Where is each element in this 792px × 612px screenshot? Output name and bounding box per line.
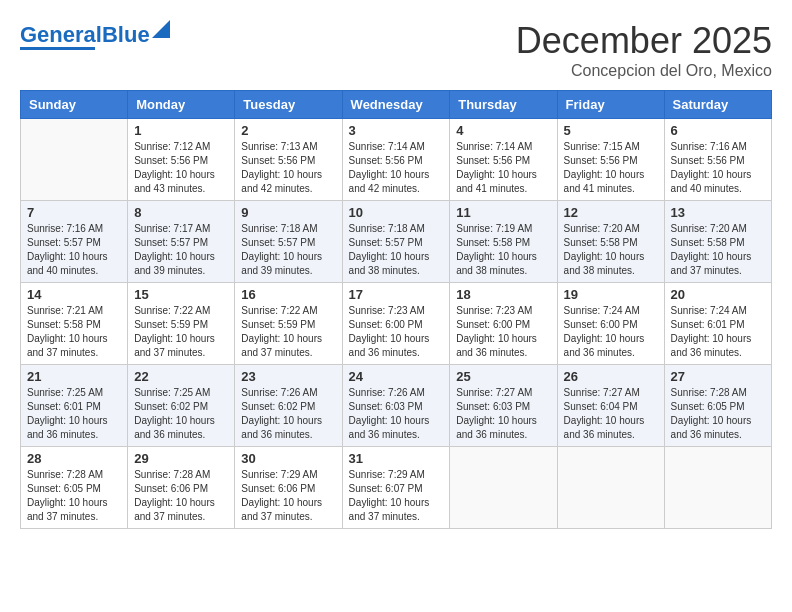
day-number: 28 [27, 451, 121, 466]
calendar-week-row: 21Sunrise: 7:25 AM Sunset: 6:01 PM Dayli… [21, 365, 772, 447]
table-row [21, 119, 128, 201]
day-info: Sunrise: 7:26 AM Sunset: 6:03 PM Dayligh… [349, 386, 444, 442]
day-number: 20 [671, 287, 765, 302]
logo: GeneralBlue [20, 20, 170, 50]
day-number: 14 [27, 287, 121, 302]
day-number: 30 [241, 451, 335, 466]
day-info: Sunrise: 7:25 AM Sunset: 6:02 PM Dayligh… [134, 386, 228, 442]
table-row: 17Sunrise: 7:23 AM Sunset: 6:00 PM Dayli… [342, 283, 450, 365]
location-title: Concepcion del Oro, Mexico [516, 62, 772, 80]
table-row: 27Sunrise: 7:28 AM Sunset: 6:05 PM Dayli… [664, 365, 771, 447]
table-row: 23Sunrise: 7:26 AM Sunset: 6:02 PM Dayli… [235, 365, 342, 447]
title-area: December 2025 Concepcion del Oro, Mexico [516, 20, 772, 80]
day-info: Sunrise: 7:21 AM Sunset: 5:58 PM Dayligh… [27, 304, 121, 360]
day-number: 8 [134, 205, 228, 220]
day-info: Sunrise: 7:12 AM Sunset: 5:56 PM Dayligh… [134, 140, 228, 196]
day-number: 24 [349, 369, 444, 384]
header: GeneralBlue December 2025 Concepcion del… [20, 20, 772, 80]
day-info: Sunrise: 7:27 AM Sunset: 6:03 PM Dayligh… [456, 386, 550, 442]
day-number: 2 [241, 123, 335, 138]
calendar-header-thursday: Thursday [450, 91, 557, 119]
table-row: 8Sunrise: 7:17 AM Sunset: 5:57 PM Daylig… [128, 201, 235, 283]
calendar-header-row: SundayMondayTuesdayWednesdayThursdayFrid… [21, 91, 772, 119]
day-number: 16 [241, 287, 335, 302]
table-row: 29Sunrise: 7:28 AM Sunset: 6:06 PM Dayli… [128, 447, 235, 529]
table-row: 15Sunrise: 7:22 AM Sunset: 5:59 PM Dayli… [128, 283, 235, 365]
day-info: Sunrise: 7:25 AM Sunset: 6:01 PM Dayligh… [27, 386, 121, 442]
day-info: Sunrise: 7:15 AM Sunset: 5:56 PM Dayligh… [564, 140, 658, 196]
day-number: 3 [349, 123, 444, 138]
day-info: Sunrise: 7:22 AM Sunset: 5:59 PM Dayligh… [134, 304, 228, 360]
day-info: Sunrise: 7:17 AM Sunset: 5:57 PM Dayligh… [134, 222, 228, 278]
day-info: Sunrise: 7:29 AM Sunset: 6:06 PM Dayligh… [241, 468, 335, 524]
table-row [450, 447, 557, 529]
table-row: 28Sunrise: 7:28 AM Sunset: 6:05 PM Dayli… [21, 447, 128, 529]
day-info: Sunrise: 7:28 AM Sunset: 6:05 PM Dayligh… [27, 468, 121, 524]
day-info: Sunrise: 7:16 AM Sunset: 5:57 PM Dayligh… [27, 222, 121, 278]
day-info: Sunrise: 7:19 AM Sunset: 5:58 PM Dayligh… [456, 222, 550, 278]
day-number: 26 [564, 369, 658, 384]
table-row [557, 447, 664, 529]
table-row: 30Sunrise: 7:29 AM Sunset: 6:06 PM Dayli… [235, 447, 342, 529]
day-number: 12 [564, 205, 658, 220]
day-info: Sunrise: 7:28 AM Sunset: 6:06 PM Dayligh… [134, 468, 228, 524]
day-info: Sunrise: 7:22 AM Sunset: 5:59 PM Dayligh… [241, 304, 335, 360]
day-number: 21 [27, 369, 121, 384]
calendar-week-row: 28Sunrise: 7:28 AM Sunset: 6:05 PM Dayli… [21, 447, 772, 529]
table-row: 13Sunrise: 7:20 AM Sunset: 5:58 PM Dayli… [664, 201, 771, 283]
logo-blue: Blue [102, 22, 150, 47]
day-number: 25 [456, 369, 550, 384]
table-row: 16Sunrise: 7:22 AM Sunset: 5:59 PM Dayli… [235, 283, 342, 365]
day-number: 7 [27, 205, 121, 220]
day-info: Sunrise: 7:13 AM Sunset: 5:56 PM Dayligh… [241, 140, 335, 196]
table-row: 4Sunrise: 7:14 AM Sunset: 5:56 PM Daylig… [450, 119, 557, 201]
table-row: 24Sunrise: 7:26 AM Sunset: 6:03 PM Dayli… [342, 365, 450, 447]
day-info: Sunrise: 7:14 AM Sunset: 5:56 PM Dayligh… [456, 140, 550, 196]
table-row: 11Sunrise: 7:19 AM Sunset: 5:58 PM Dayli… [450, 201, 557, 283]
day-info: Sunrise: 7:20 AM Sunset: 5:58 PM Dayligh… [671, 222, 765, 278]
table-row: 19Sunrise: 7:24 AM Sunset: 6:00 PM Dayli… [557, 283, 664, 365]
day-number: 13 [671, 205, 765, 220]
day-number: 5 [564, 123, 658, 138]
logo-underline [20, 47, 95, 50]
svg-marker-0 [152, 20, 170, 38]
day-number: 22 [134, 369, 228, 384]
calendar-week-row: 7Sunrise: 7:16 AM Sunset: 5:57 PM Daylig… [21, 201, 772, 283]
logo-text: GeneralBlue [20, 24, 150, 46]
day-number: 27 [671, 369, 765, 384]
day-info: Sunrise: 7:23 AM Sunset: 6:00 PM Dayligh… [349, 304, 444, 360]
calendar-header-tuesday: Tuesday [235, 91, 342, 119]
day-number: 17 [349, 287, 444, 302]
table-row: 20Sunrise: 7:24 AM Sunset: 6:01 PM Dayli… [664, 283, 771, 365]
calendar-week-row: 1Sunrise: 7:12 AM Sunset: 5:56 PM Daylig… [21, 119, 772, 201]
day-number: 31 [349, 451, 444, 466]
table-row: 31Sunrise: 7:29 AM Sunset: 6:07 PM Dayli… [342, 447, 450, 529]
table-row: 3Sunrise: 7:14 AM Sunset: 5:56 PM Daylig… [342, 119, 450, 201]
day-info: Sunrise: 7:16 AM Sunset: 5:56 PM Dayligh… [671, 140, 765, 196]
day-number: 18 [456, 287, 550, 302]
calendar-header-saturday: Saturday [664, 91, 771, 119]
table-row: 5Sunrise: 7:15 AM Sunset: 5:56 PM Daylig… [557, 119, 664, 201]
table-row: 1Sunrise: 7:12 AM Sunset: 5:56 PM Daylig… [128, 119, 235, 201]
table-row: 21Sunrise: 7:25 AM Sunset: 6:01 PM Dayli… [21, 365, 128, 447]
day-number: 19 [564, 287, 658, 302]
table-row: 2Sunrise: 7:13 AM Sunset: 5:56 PM Daylig… [235, 119, 342, 201]
day-number: 29 [134, 451, 228, 466]
calendar-header-monday: Monday [128, 91, 235, 119]
table-row: 14Sunrise: 7:21 AM Sunset: 5:58 PM Dayli… [21, 283, 128, 365]
day-info: Sunrise: 7:18 AM Sunset: 5:57 PM Dayligh… [349, 222, 444, 278]
day-number: 9 [241, 205, 335, 220]
day-info: Sunrise: 7:20 AM Sunset: 5:58 PM Dayligh… [564, 222, 658, 278]
table-row: 18Sunrise: 7:23 AM Sunset: 6:00 PM Dayli… [450, 283, 557, 365]
calendar-header-wednesday: Wednesday [342, 91, 450, 119]
day-info: Sunrise: 7:28 AM Sunset: 6:05 PM Dayligh… [671, 386, 765, 442]
day-info: Sunrise: 7:29 AM Sunset: 6:07 PM Dayligh… [349, 468, 444, 524]
day-info: Sunrise: 7:18 AM Sunset: 5:57 PM Dayligh… [241, 222, 335, 278]
calendar: SundayMondayTuesdayWednesdayThursdayFrid… [20, 90, 772, 529]
calendar-week-row: 14Sunrise: 7:21 AM Sunset: 5:58 PM Dayli… [21, 283, 772, 365]
table-row: 6Sunrise: 7:16 AM Sunset: 5:56 PM Daylig… [664, 119, 771, 201]
table-row: 26Sunrise: 7:27 AM Sunset: 6:04 PM Dayli… [557, 365, 664, 447]
day-number: 4 [456, 123, 550, 138]
day-info: Sunrise: 7:27 AM Sunset: 6:04 PM Dayligh… [564, 386, 658, 442]
day-number: 1 [134, 123, 228, 138]
